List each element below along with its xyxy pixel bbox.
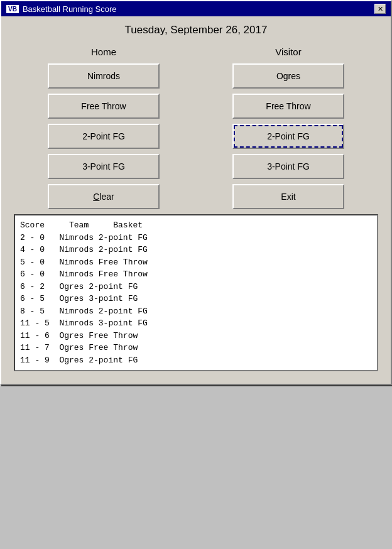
clear-exit-row: Clear Exit: [11, 184, 381, 209]
score-log: Score Team Basket 2 - 0 Nimrods 2-point …: [14, 214, 378, 371]
home-label: Home: [35, 46, 173, 57]
date-header: Tuesday, September 26, 2017: [11, 24, 381, 36]
home-2pt-button[interactable]: 2-Point FG: [48, 124, 160, 149]
team-name-row: Nimrods Ogres: [11, 63, 381, 89]
close-button[interactable]: ✕: [374, 4, 386, 14]
vb-badge: VB: [6, 5, 19, 13]
content-area: Tuesday, September 26, 2017 Home Visitor…: [1, 16, 391, 384]
home-free-throw-button[interactable]: Free Throw: [48, 94, 160, 119]
clear-underline: Clear: [93, 192, 114, 202]
visitor-2pt-button[interactable]: 2-Point FG: [232, 124, 344, 149]
two-point-row: 2-Point FG 2-Point FG: [11, 124, 381, 149]
teams-header: Home Visitor: [11, 46, 381, 57]
window-title: Basketball Running Score: [23, 4, 117, 14]
visitor-3pt-button[interactable]: 3-Point FG: [232, 154, 344, 179]
home-team-button[interactable]: Nimrods: [48, 63, 160, 89]
visitor-team-button[interactable]: Ogres: [232, 63, 344, 89]
exit-button[interactable]: Exit: [232, 184, 344, 209]
visitor-label: Visitor: [219, 46, 357, 57]
title-bar-left: VB Basketball Running Score: [6, 4, 117, 14]
free-throw-row: Free Throw Free Throw: [11, 94, 381, 119]
main-window: VB Basketball Running Score ✕ Tuesday, S…: [0, 0, 392, 385]
three-point-row: 3-Point FG 3-Point FG: [11, 154, 381, 179]
clear-button[interactable]: Clear: [48, 184, 160, 209]
visitor-free-throw-button[interactable]: Free Throw: [232, 94, 344, 119]
title-bar: VB Basketball Running Score ✕: [1, 1, 391, 16]
home-3pt-button[interactable]: 3-Point FG: [48, 154, 160, 179]
